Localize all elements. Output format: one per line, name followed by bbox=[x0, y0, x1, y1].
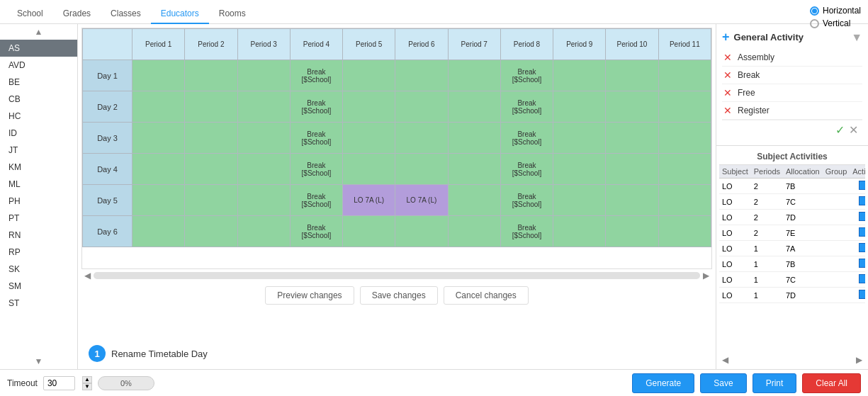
add-general-activity-icon[interactable]: + bbox=[722, 30, 730, 45]
timetable-wrapper[interactable]: Period 1 Period 2 Period 3 Period 4 Peri… bbox=[81, 28, 712, 269]
cell-d3-p1[interactable] bbox=[133, 123, 185, 154]
save-button[interactable]: Save bbox=[700, 373, 746, 393]
scroll-left-icon[interactable]: ◀ bbox=[81, 271, 94, 281]
sidebar-item-rn[interactable]: RN bbox=[0, 227, 77, 244]
dismiss-icon[interactable]: ✕ bbox=[849, 123, 858, 137]
sidebar-item-km[interactable]: KM bbox=[0, 159, 77, 176]
sa-active[interactable] bbox=[850, 194, 865, 210]
sidebar-item-sk[interactable]: SK bbox=[0, 261, 77, 278]
sa-scroll-right-icon[interactable]: ▶ bbox=[856, 355, 862, 365]
confirm-icon[interactable]: ✓ bbox=[835, 123, 845, 137]
cancel-changes-button[interactable]: Cancel changes bbox=[444, 286, 529, 305]
day-1-label[interactable]: Day 1 bbox=[83, 60, 133, 91]
cell-d2-p11[interactable] bbox=[658, 91, 711, 123]
tab-classes[interactable]: Classes bbox=[101, 4, 151, 24]
cell-d4-p6[interactable] bbox=[395, 154, 448, 185]
cell-d1-p10[interactable] bbox=[606, 60, 658, 91]
cell-d2-p5[interactable] bbox=[343, 91, 395, 123]
sa-active[interactable] bbox=[850, 241, 865, 256]
cell-d3-p9[interactable] bbox=[553, 123, 606, 154]
cell-d5-p11[interactable] bbox=[658, 185, 711, 216]
radio-vertical-circle[interactable] bbox=[810, 19, 819, 28]
cell-d6-p10[interactable] bbox=[606, 216, 658, 247]
radio-horizontal[interactable]: Horizontal bbox=[810, 6, 861, 16]
remove-break-icon[interactable]: ✕ bbox=[723, 69, 732, 81]
cell-d3-p11[interactable] bbox=[658, 123, 711, 154]
sidebar-item-jt[interactable]: JT bbox=[0, 142, 77, 159]
cell-d1-p3[interactable] bbox=[237, 60, 290, 91]
sidebar-item-ph[interactable]: PH bbox=[0, 193, 77, 210]
cell-d1-p4[interactable]: Break[$School] bbox=[290, 60, 342, 91]
day-6-label[interactable]: Day 6 bbox=[83, 216, 133, 247]
tab-educators[interactable]: Educators bbox=[151, 4, 209, 24]
cell-d6-p2[interactable] bbox=[185, 216, 237, 247]
cell-d1-p6[interactable] bbox=[395, 60, 448, 91]
cell-d2-p1[interactable] bbox=[133, 91, 185, 123]
cell-d4-p5[interactable] bbox=[343, 154, 395, 185]
general-activity-scroll-down-icon[interactable]: ▼ bbox=[851, 31, 862, 44]
sidebar-scroll-up[interactable]: ▲ bbox=[0, 24, 77, 40]
radio-vertical[interactable]: Vertical bbox=[810, 18, 861, 28]
cell-d6-p7[interactable] bbox=[448, 216, 500, 247]
sidebar-item-hc[interactable]: HC bbox=[0, 108, 77, 125]
cell-d4-p7[interactable] bbox=[448, 154, 500, 185]
cell-d2-p4[interactable]: Break[$School] bbox=[290, 91, 342, 123]
cell-d2-p9[interactable] bbox=[553, 91, 606, 123]
subject-activities-table-wrapper[interactable]: Subject Periods Allocation Group Active … bbox=[719, 165, 865, 353]
clear-all-button[interactable]: Clear All bbox=[802, 373, 861, 393]
sa-active[interactable] bbox=[850, 179, 865, 194]
cell-d6-p11[interactable] bbox=[658, 216, 711, 247]
cell-d5-p10[interactable] bbox=[606, 185, 658, 216]
sidebar-item-ml[interactable]: ML bbox=[0, 176, 77, 193]
sa-active[interactable] bbox=[850, 210, 865, 225]
sidebar-item-cb[interactable]: CB bbox=[0, 91, 77, 108]
cell-d5-p9[interactable] bbox=[553, 185, 606, 216]
print-button[interactable]: Print bbox=[753, 373, 797, 393]
cell-d3-p2[interactable] bbox=[185, 123, 237, 154]
save-changes-button[interactable]: Save changes bbox=[360, 286, 438, 305]
scroll-right-icon[interactable]: ▶ bbox=[700, 271, 712, 281]
cell-d4-p3[interactable] bbox=[237, 154, 290, 185]
cell-d1-p9[interactable] bbox=[553, 60, 606, 91]
remove-register-icon[interactable]: ✕ bbox=[723, 105, 732, 116]
tab-rooms[interactable]: Rooms bbox=[209, 4, 256, 24]
cell-d5-p4[interactable]: Break[$School] bbox=[290, 185, 342, 216]
cell-d3-p10[interactable] bbox=[606, 123, 658, 154]
cell-d4-p4[interactable]: Break[$School] bbox=[290, 154, 342, 185]
cell-d4-p10[interactable] bbox=[606, 154, 658, 185]
sidebar-item-rp[interactable]: RP bbox=[0, 244, 77, 261]
timeout-spin-down[interactable]: ▼ bbox=[82, 383, 92, 390]
cell-d6-p1[interactable] bbox=[133, 216, 185, 247]
cell-d4-p1[interactable] bbox=[133, 154, 185, 185]
cell-d6-p6[interactable] bbox=[395, 216, 448, 247]
cell-d2-p3[interactable] bbox=[237, 91, 290, 123]
cell-d3-p5[interactable] bbox=[343, 123, 395, 154]
cell-d1-p1[interactable] bbox=[133, 60, 185, 91]
cell-d5-p1[interactable] bbox=[133, 185, 185, 216]
cell-d6-p9[interactable] bbox=[553, 216, 606, 247]
timeout-spin-up[interactable]: ▲ bbox=[82, 376, 92, 383]
sa-scroll-left-icon[interactable]: ◀ bbox=[722, 355, 728, 365]
sidebar-item-as[interactable]: AS bbox=[0, 40, 77, 57]
sidebar-item-be[interactable]: BE bbox=[0, 74, 77, 91]
cell-d5-p2[interactable] bbox=[185, 185, 237, 216]
cell-d5-p7[interactable] bbox=[448, 185, 500, 216]
cell-d1-p2[interactable] bbox=[185, 60, 237, 91]
radio-horizontal-circle[interactable] bbox=[810, 6, 819, 16]
remove-free-icon[interactable]: ✕ bbox=[723, 87, 732, 98]
sidebar-item-id[interactable]: ID bbox=[0, 125, 77, 142]
cell-d6-p8[interactable]: Break[$School] bbox=[500, 216, 553, 247]
generate-button[interactable]: Generate bbox=[632, 373, 694, 393]
cell-d2-p6[interactable] bbox=[395, 91, 448, 123]
sa-active[interactable] bbox=[850, 225, 865, 241]
day-4-label[interactable]: Day 4 bbox=[83, 154, 133, 185]
tab-school[interactable]: School bbox=[7, 4, 53, 24]
sa-active[interactable] bbox=[850, 288, 865, 303]
cell-d2-p10[interactable] bbox=[606, 91, 658, 123]
cell-d3-p4[interactable]: Break[$School] bbox=[290, 123, 342, 154]
cell-d5-p6[interactable]: LO 7A (L) bbox=[395, 185, 448, 216]
cell-d5-p5[interactable]: LO 7A (L) bbox=[343, 185, 395, 216]
timeout-input[interactable] bbox=[43, 376, 75, 390]
cell-d2-p2[interactable] bbox=[185, 91, 237, 123]
cell-d2-p8[interactable]: Break[$School] bbox=[500, 91, 553, 123]
